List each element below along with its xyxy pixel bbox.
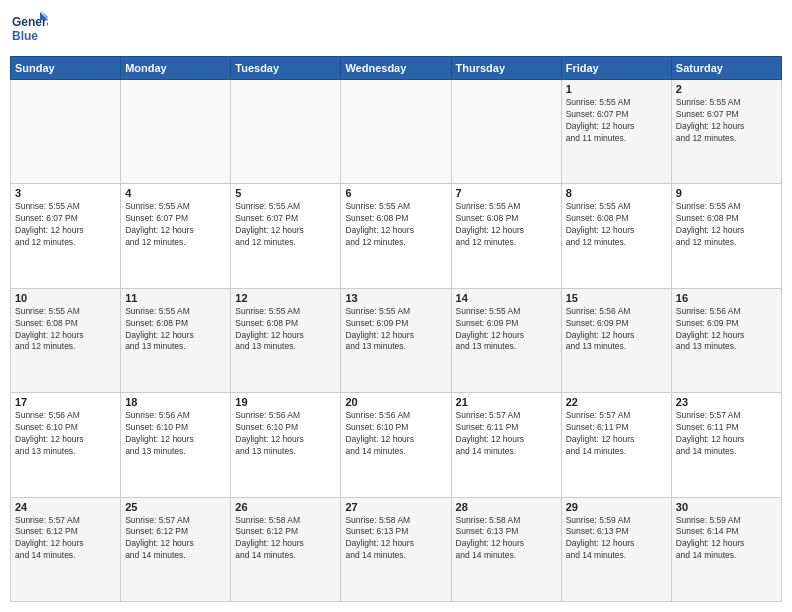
day-info: Sunrise: 5:59 AM Sunset: 6:13 PM Dayligh… — [566, 515, 667, 563]
day-info: Sunrise: 5:57 AM Sunset: 6:11 PM Dayligh… — [676, 410, 777, 458]
day-info: Sunrise: 5:55 AM Sunset: 6:08 PM Dayligh… — [15, 306, 116, 354]
day-info: Sunrise: 5:55 AM Sunset: 6:08 PM Dayligh… — [345, 201, 446, 249]
day-number: 19 — [235, 396, 336, 408]
day-info: Sunrise: 5:55 AM Sunset: 6:07 PM Dayligh… — [15, 201, 116, 249]
empty-cell — [121, 80, 231, 184]
day-info: Sunrise: 5:55 AM Sunset: 6:07 PM Dayligh… — [566, 97, 667, 145]
day-info: Sunrise: 5:55 AM Sunset: 6:08 PM Dayligh… — [566, 201, 667, 249]
day-number: 14 — [456, 292, 557, 304]
day-number: 25 — [125, 501, 226, 513]
day-cell-24: 24Sunrise: 5:57 AM Sunset: 6:12 PM Dayli… — [11, 497, 121, 601]
day-number: 23 — [676, 396, 777, 408]
day-cell-11: 11Sunrise: 5:55 AM Sunset: 6:08 PM Dayli… — [121, 288, 231, 392]
day-info: Sunrise: 5:55 AM Sunset: 6:09 PM Dayligh… — [456, 306, 557, 354]
day-number: 18 — [125, 396, 226, 408]
day-number: 20 — [345, 396, 446, 408]
day-cell-26: 26Sunrise: 5:58 AM Sunset: 6:12 PM Dayli… — [231, 497, 341, 601]
day-cell-15: 15Sunrise: 5:56 AM Sunset: 6:09 PM Dayli… — [561, 288, 671, 392]
day-info: Sunrise: 5:55 AM Sunset: 6:08 PM Dayligh… — [456, 201, 557, 249]
day-cell-30: 30Sunrise: 5:59 AM Sunset: 6:14 PM Dayli… — [671, 497, 781, 601]
day-number: 16 — [676, 292, 777, 304]
day-cell-18: 18Sunrise: 5:56 AM Sunset: 6:10 PM Dayli… — [121, 393, 231, 497]
day-cell-16: 16Sunrise: 5:56 AM Sunset: 6:09 PM Dayli… — [671, 288, 781, 392]
day-cell-21: 21Sunrise: 5:57 AM Sunset: 6:11 PM Dayli… — [451, 393, 561, 497]
day-cell-12: 12Sunrise: 5:55 AM Sunset: 6:08 PM Dayli… — [231, 288, 341, 392]
day-cell-23: 23Sunrise: 5:57 AM Sunset: 6:11 PM Dayli… — [671, 393, 781, 497]
day-info: Sunrise: 5:56 AM Sunset: 6:10 PM Dayligh… — [345, 410, 446, 458]
day-number: 9 — [676, 187, 777, 199]
day-number: 22 — [566, 396, 667, 408]
day-info: Sunrise: 5:58 AM Sunset: 6:13 PM Dayligh… — [456, 515, 557, 563]
day-cell-8: 8Sunrise: 5:55 AM Sunset: 6:08 PM Daylig… — [561, 184, 671, 288]
empty-cell — [451, 80, 561, 184]
header: General Blue — [10, 10, 782, 48]
day-cell-7: 7Sunrise: 5:55 AM Sunset: 6:08 PM Daylig… — [451, 184, 561, 288]
day-cell-6: 6Sunrise: 5:55 AM Sunset: 6:08 PM Daylig… — [341, 184, 451, 288]
day-cell-27: 27Sunrise: 5:58 AM Sunset: 6:13 PM Dayli… — [341, 497, 451, 601]
day-info: Sunrise: 5:56 AM Sunset: 6:10 PM Dayligh… — [15, 410, 116, 458]
day-info: Sunrise: 5:56 AM Sunset: 6:09 PM Dayligh… — [566, 306, 667, 354]
logo-svg: General Blue — [10, 10, 48, 48]
day-number: 12 — [235, 292, 336, 304]
day-number: 7 — [456, 187, 557, 199]
svg-text:Blue: Blue — [12, 29, 38, 43]
day-cell-17: 17Sunrise: 5:56 AM Sunset: 6:10 PM Dayli… — [11, 393, 121, 497]
empty-cell — [11, 80, 121, 184]
week-row-1: 1Sunrise: 5:55 AM Sunset: 6:07 PM Daylig… — [11, 80, 782, 184]
day-info: Sunrise: 5:58 AM Sunset: 6:13 PM Dayligh… — [345, 515, 446, 563]
day-number: 30 — [676, 501, 777, 513]
day-info: Sunrise: 5:57 AM Sunset: 6:12 PM Dayligh… — [15, 515, 116, 563]
weekday-header-monday: Monday — [121, 57, 231, 80]
day-info: Sunrise: 5:55 AM Sunset: 6:08 PM Dayligh… — [676, 201, 777, 249]
day-cell-3: 3Sunrise: 5:55 AM Sunset: 6:07 PM Daylig… — [11, 184, 121, 288]
day-cell-2: 2Sunrise: 5:55 AM Sunset: 6:07 PM Daylig… — [671, 80, 781, 184]
day-info: Sunrise: 5:57 AM Sunset: 6:11 PM Dayligh… — [566, 410, 667, 458]
day-info: Sunrise: 5:55 AM Sunset: 6:08 PM Dayligh… — [235, 306, 336, 354]
week-row-2: 3Sunrise: 5:55 AM Sunset: 6:07 PM Daylig… — [11, 184, 782, 288]
day-cell-19: 19Sunrise: 5:56 AM Sunset: 6:10 PM Dayli… — [231, 393, 341, 497]
day-number: 26 — [235, 501, 336, 513]
day-cell-9: 9Sunrise: 5:55 AM Sunset: 6:08 PM Daylig… — [671, 184, 781, 288]
weekday-header-row: SundayMondayTuesdayWednesdayThursdayFrid… — [11, 57, 782, 80]
day-cell-13: 13Sunrise: 5:55 AM Sunset: 6:09 PM Dayli… — [341, 288, 451, 392]
day-info: Sunrise: 5:58 AM Sunset: 6:12 PM Dayligh… — [235, 515, 336, 563]
weekday-header-saturday: Saturday — [671, 57, 781, 80]
day-number: 8 — [566, 187, 667, 199]
weekday-header-sunday: Sunday — [11, 57, 121, 80]
day-cell-1: 1Sunrise: 5:55 AM Sunset: 6:07 PM Daylig… — [561, 80, 671, 184]
day-number: 28 — [456, 501, 557, 513]
weekday-header-friday: Friday — [561, 57, 671, 80]
weekday-header-tuesday: Tuesday — [231, 57, 341, 80]
day-cell-28: 28Sunrise: 5:58 AM Sunset: 6:13 PM Dayli… — [451, 497, 561, 601]
day-info: Sunrise: 5:56 AM Sunset: 6:10 PM Dayligh… — [125, 410, 226, 458]
week-row-4: 17Sunrise: 5:56 AM Sunset: 6:10 PM Dayli… — [11, 393, 782, 497]
calendar: SundayMondayTuesdayWednesdayThursdayFrid… — [10, 56, 782, 602]
day-info: Sunrise: 5:56 AM Sunset: 6:09 PM Dayligh… — [676, 306, 777, 354]
day-cell-4: 4Sunrise: 5:55 AM Sunset: 6:07 PM Daylig… — [121, 184, 231, 288]
week-row-5: 24Sunrise: 5:57 AM Sunset: 6:12 PM Dayli… — [11, 497, 782, 601]
day-number: 17 — [15, 396, 116, 408]
weekday-header-thursday: Thursday — [451, 57, 561, 80]
day-info: Sunrise: 5:56 AM Sunset: 6:10 PM Dayligh… — [235, 410, 336, 458]
day-info: Sunrise: 5:55 AM Sunset: 6:09 PM Dayligh… — [345, 306, 446, 354]
day-cell-22: 22Sunrise: 5:57 AM Sunset: 6:11 PM Dayli… — [561, 393, 671, 497]
week-row-3: 10Sunrise: 5:55 AM Sunset: 6:08 PM Dayli… — [11, 288, 782, 392]
logo: General Blue — [10, 10, 48, 48]
day-number: 4 — [125, 187, 226, 199]
day-cell-10: 10Sunrise: 5:55 AM Sunset: 6:08 PM Dayli… — [11, 288, 121, 392]
day-cell-14: 14Sunrise: 5:55 AM Sunset: 6:09 PM Dayli… — [451, 288, 561, 392]
empty-cell — [231, 80, 341, 184]
day-info: Sunrise: 5:55 AM Sunset: 6:07 PM Dayligh… — [676, 97, 777, 145]
empty-cell — [341, 80, 451, 184]
day-number: 15 — [566, 292, 667, 304]
day-info: Sunrise: 5:57 AM Sunset: 6:11 PM Dayligh… — [456, 410, 557, 458]
day-info: Sunrise: 5:55 AM Sunset: 6:07 PM Dayligh… — [235, 201, 336, 249]
day-number: 24 — [15, 501, 116, 513]
day-number: 1 — [566, 83, 667, 95]
day-number: 21 — [456, 396, 557, 408]
day-info: Sunrise: 5:55 AM Sunset: 6:07 PM Dayligh… — [125, 201, 226, 249]
weekday-header-wednesday: Wednesday — [341, 57, 451, 80]
day-info: Sunrise: 5:55 AM Sunset: 6:08 PM Dayligh… — [125, 306, 226, 354]
day-number: 10 — [15, 292, 116, 304]
day-info: Sunrise: 5:57 AM Sunset: 6:12 PM Dayligh… — [125, 515, 226, 563]
